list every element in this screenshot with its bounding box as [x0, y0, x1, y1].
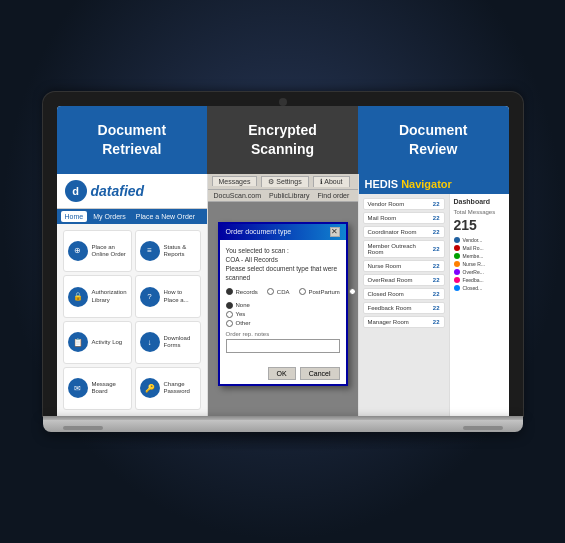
scan-notes-area: Order rep. notes [226, 331, 340, 353]
auth-icon: 🔒 [68, 287, 88, 307]
icon-label: Authorization Library [92, 289, 127, 303]
scan-tab-messages[interactable]: Messages [212, 176, 258, 186]
screen-bezel: Document Retrieval Encrypted Scanning Do… [43, 92, 523, 416]
room-count: 22 [433, 277, 440, 283]
nav-home[interactable]: Home [61, 211, 88, 222]
datafied-logo-bar: d datafied [57, 174, 207, 209]
scan-toolbar-item1[interactable]: DocuScan.com [214, 192, 261, 199]
list-item[interactable]: 🔑 Change Password [135, 367, 201, 410]
scan-tab-settings[interactable]: ⚙ Settings [261, 176, 308, 187]
room-name: OverRead Room [368, 277, 413, 283]
hedis-stat-label-text: Total Messages [454, 209, 496, 215]
status-icon: ≡ [140, 241, 160, 261]
room-name: Manager Room [368, 319, 409, 325]
icon-label: Activity Log [92, 339, 123, 346]
laptop: Document Retrieval Encrypted Scanning Do… [33, 92, 533, 452]
list-item[interactable]: ≡ Status & Reports [135, 230, 201, 273]
check-none-label: None [236, 302, 250, 308]
list-item[interactable]: Member Outreach Room 22 [363, 240, 445, 258]
radio-postpartum-label: PostPartum [309, 289, 340, 295]
room-count: 22 [433, 246, 440, 252]
room-name: Mail Room [368, 215, 397, 221]
scan-dialog-close-button[interactable]: ✕ [330, 227, 340, 237]
scan-app-bar: Messages ⚙ Settings ℹ About [208, 174, 358, 190]
room-name: Vendor Room [368, 201, 405, 207]
radio-records[interactable]: Records CDA PostPartum Utilized only [226, 286, 340, 298]
radio-records-input[interactable] [226, 288, 233, 295]
content-area: d datafied Home My Orders Place a New Or… [57, 174, 509, 416]
bar-dot-closed [454, 285, 460, 291]
list-item[interactable]: ⊕ Place an Online Order [63, 230, 132, 273]
nav-place-order[interactable]: Place a New Order [132, 211, 199, 222]
scan-background: Order document type ✕ You selected to sc… [208, 202, 358, 416]
scan-ok-button[interactable]: OK [268, 367, 296, 380]
room-name: Closed Room [368, 291, 404, 297]
scan-cancel-button[interactable]: Cancel [300, 367, 340, 380]
laptop-hinge [43, 416, 523, 420]
list-item[interactable]: ✉ Message Board [63, 367, 132, 410]
list-item[interactable]: ↓ Download Forms [135, 321, 201, 364]
icon-label: Place an Online Order [92, 244, 127, 258]
radio-cda-input[interactable] [267, 288, 274, 295]
bar-row: Mail Ro... [454, 245, 505, 251]
laptop-foot-right [463, 426, 503, 430]
radio-utilized-input[interactable] [349, 288, 356, 295]
panel-right-title2: Review [409, 140, 457, 158]
bar-dot-overread [454, 269, 460, 275]
list-item[interactable]: OverRead Room 22 [363, 274, 445, 286]
hedis-sidebar: Vendor Room 22 Mail Room 22 Coordinator … [359, 194, 449, 416]
bar-dot-vendor [454, 237, 460, 243]
list-item[interactable]: 🔒 Authorization Library [63, 275, 132, 318]
check-other-input[interactable] [226, 320, 233, 327]
list-item[interactable]: Coordinator Room 22 [363, 226, 445, 238]
bar-label-nurse: Nurse R... [463, 261, 486, 267]
hedis-logo-suffix: Navigator [401, 178, 452, 190]
scan-tab-about[interactable]: ℹ About [313, 176, 350, 187]
check-none[interactable]: None [226, 302, 340, 309]
room-count: 22 [433, 229, 440, 235]
scan-notes-input[interactable] [226, 339, 340, 353]
check-other-label: Other [236, 320, 251, 326]
check-none-input[interactable] [226, 302, 233, 309]
check-yes-input[interactable] [226, 311, 233, 318]
datafied-circle-icon: d [65, 180, 87, 202]
scan-toolbar-item2[interactable]: PublicLibrary [269, 192, 309, 199]
room-count: 22 [433, 305, 440, 311]
list-item[interactable]: Feedback Room 22 [363, 302, 445, 314]
hedis-content-split: Vendor Room 22 Mail Room 22 Coordinator … [359, 194, 509, 416]
room-count: 22 [433, 215, 440, 221]
list-item[interactable]: Manager Room 22 [363, 316, 445, 328]
radio-cda-label: CDA [277, 289, 290, 295]
list-item[interactable]: Closed Room 22 [363, 288, 445, 300]
bar-label-mail: Mail Ro... [463, 245, 484, 251]
bar-label-vendor: Vendor... [463, 237, 483, 243]
list-item[interactable]: Vendor Room 22 [363, 198, 445, 210]
panel-right-title1: Document [399, 121, 467, 139]
password-icon: 🔑 [140, 378, 160, 398]
check-other[interactable]: Other [226, 320, 340, 327]
howto-icon: ? [140, 287, 160, 307]
scan-toolbar: DocuScan.com PublicLibrary Find order [208, 190, 358, 202]
list-item[interactable]: Nurse Room 22 [363, 260, 445, 272]
datafied-logo-text: datafied [91, 183, 145, 199]
list-item[interactable]: ? How to Place a... [135, 275, 201, 318]
bar-dot-member [454, 253, 460, 259]
laptop-foot-left [63, 426, 103, 430]
nav-my-orders[interactable]: My Orders [89, 211, 130, 222]
bar-dot-mail [454, 245, 460, 251]
list-item[interactable]: Mail Room 22 [363, 212, 445, 224]
panel-left-title1: Document [98, 121, 166, 139]
datafied-icons-grid: ⊕ Place an Online Order ≡ Status & Repor… [57, 224, 207, 416]
bar-dot-nurse [454, 261, 460, 267]
check-yes[interactable]: Yes [226, 311, 340, 318]
room-name: Coordinator Room [368, 229, 417, 235]
radio-postpartum-input[interactable] [299, 288, 306, 295]
scan-toolbar-item3[interactable]: Find order [317, 192, 349, 199]
bar-label-member: Membe... [463, 253, 484, 259]
list-item[interactable]: 📋 Activity Log [63, 321, 132, 364]
scan-suboptions-group: None Yes Other [226, 302, 340, 327]
room-count: 22 [433, 201, 440, 207]
datafied-nav: Home My Orders Place a New Order [57, 209, 207, 224]
check-yes-label: Yes [236, 311, 246, 317]
bar-row: Vendor... [454, 237, 505, 243]
